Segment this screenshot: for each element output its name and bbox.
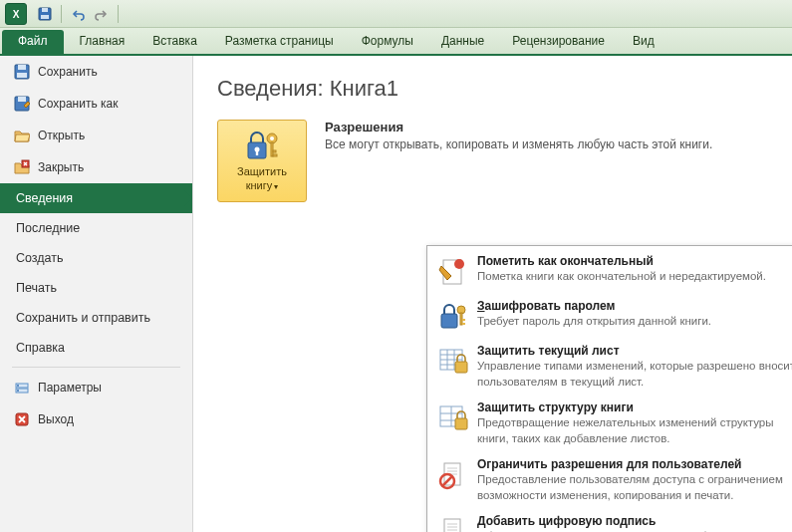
svg-rect-42 <box>455 418 467 429</box>
sidebar-item-label: Параметры <box>38 381 102 395</box>
sidebar-item-label: Последние <box>16 221 80 235</box>
sidebar-item-label: Печать <box>16 281 57 295</box>
lock-key-icon <box>242 129 282 162</box>
svg-point-25 <box>454 259 464 269</box>
sidebar-item-print[interactable]: Печать <box>0 273 192 303</box>
sidebar-item-label: Сохранить и отправить <box>16 311 150 325</box>
permissions-section: Защитить книгу▾ Разрешения Все могут отк… <box>217 120 768 202</box>
sidebar-item-open[interactable]: Открыть <box>0 120 192 151</box>
dd-item-title: Защитить структуру книги <box>477 400 792 414</box>
save-icon <box>14 64 30 80</box>
sidebar-item-label: Выход <box>38 412 74 426</box>
chevron-down-icon: ▾ <box>274 182 278 191</box>
permissions-heading: Разрешения <box>325 120 712 134</box>
permissions-description: Все могут открывать, копировать и изменя… <box>325 137 712 151</box>
save-as-icon <box>14 96 30 112</box>
sidebar-item-share[interactable]: Сохранить и отправить <box>0 303 192 333</box>
svg-rect-28 <box>460 313 462 325</box>
open-icon <box>14 128 30 143</box>
sidebar-item-save[interactable]: Сохранить <box>0 56 192 88</box>
tab-review[interactable]: Рецензирование <box>498 28 619 54</box>
protect-dropdown-menu: Пометить как окончательныйПометка книги … <box>426 245 792 532</box>
backstage-content: Сведения: Книга1 Защитить книгу▾ <box>193 56 792 532</box>
options-icon <box>14 380 30 396</box>
svg-rect-30 <box>462 323 465 325</box>
svg-point-20 <box>270 136 274 140</box>
protect-button-label: Защитить книгу▾ <box>224 164 300 193</box>
dd-protect-structure[interactable]: Защитить структуру книгиПредотвращение н… <box>429 397 792 453</box>
dd-item-desc: Предоставление пользователям доступа с о… <box>477 472 792 503</box>
sidebar-item-label: Справка <box>16 341 65 355</box>
dd-item-title: Пометить как окончательный <box>477 254 766 268</box>
svg-rect-18 <box>256 150 258 155</box>
tab-insert[interactable]: Вставка <box>138 28 211 54</box>
svg-rect-26 <box>441 314 457 328</box>
app-icon[interactable]: X <box>5 3 27 25</box>
dd-item-desc: Управление типами изменений, которые раз… <box>477 359 792 390</box>
tab-view[interactable]: Вид <box>619 28 668 54</box>
mark-final-icon <box>437 256 469 288</box>
ribbon: Файл Главная Вставка Разметка страницы Ф… <box>0 28 792 56</box>
save-qat-icon[interactable] <box>34 3 56 25</box>
sidebar-item-label: Закрыть <box>38 160 84 174</box>
sidebar-item-recent[interactable]: Последние <box>0 213 192 243</box>
sidebar-separator <box>12 367 180 368</box>
encrypt-icon <box>437 301 469 333</box>
signature-icon <box>437 516 469 532</box>
svg-rect-3 <box>42 8 48 12</box>
dd-encrypt-password[interactable]: Зашифровать паролемТребует пароль для от… <box>429 295 792 340</box>
sidebar-item-label: Сведения <box>16 191 73 205</box>
sidebar-item-close[interactable]: Закрыть <box>0 151 192 183</box>
svg-rect-23 <box>273 154 277 156</box>
svg-rect-7 <box>17 73 27 78</box>
sidebar-item-exit[interactable]: Выход <box>0 403 192 435</box>
svg-rect-6 <box>18 65 26 70</box>
svg-point-13 <box>17 385 19 387</box>
sidebar-item-label: Сохранить <box>38 65 98 79</box>
undo-icon[interactable] <box>67 3 89 25</box>
exit-icon <box>14 411 30 427</box>
svg-rect-4 <box>41 15 49 19</box>
tab-home[interactable]: Главная <box>66 28 139 54</box>
sidebar-item-save-as[interactable]: Сохранить как <box>0 88 192 120</box>
tab-formulas[interactable]: Формулы <box>348 28 427 54</box>
svg-rect-22 <box>273 150 276 152</box>
tab-data[interactable]: Данные <box>427 28 498 54</box>
sidebar-item-help[interactable]: Справка <box>0 333 192 363</box>
dd-item-title: Ограничить разрешения для пользователей … <box>477 457 792 471</box>
qat-separator <box>61 5 62 23</box>
sidebar-item-label: Сохранить как <box>38 97 118 111</box>
svg-rect-37 <box>455 362 467 373</box>
protect-workbook-button[interactable]: Защитить книгу▾ <box>217 120 307 202</box>
page-title: Сведения: Книга1 <box>217 76 768 102</box>
sidebar-item-options[interactable]: Параметры <box>0 372 192 403</box>
dd-item-title: Зашифровать паролем <box>477 299 711 313</box>
dd-mark-final[interactable]: Пометить как окончательныйПометка книги … <box>429 250 792 295</box>
sidebar-item-label: Открыть <box>38 129 85 142</box>
svg-text:X: X <box>13 9 20 20</box>
backstage-sidebar: Сохранить Сохранить как Открыть Закрыть … <box>0 56 193 532</box>
svg-rect-9 <box>18 97 26 102</box>
svg-point-14 <box>17 390 19 392</box>
dd-item-desc: Требует пароль для открытия данной книги… <box>477 314 711 330</box>
dd-item-title: Добавить цифровую подпись <box>477 514 792 528</box>
close-icon <box>14 159 30 175</box>
sidebar-item-info[interactable]: Сведения <box>0 183 192 213</box>
redo-icon[interactable] <box>91 3 113 25</box>
restrict-icon <box>437 459 469 491</box>
svg-rect-29 <box>462 319 465 321</box>
tab-pagelayout[interactable]: Разметка страницы <box>211 28 348 54</box>
sidebar-item-label: Создать <box>16 251 64 265</box>
dd-item-title: Защитить текущий лист <box>477 344 792 358</box>
dd-item-desc: Предотвращение нежелательных изменений с… <box>477 415 792 446</box>
dd-restrict-permissions[interactable]: Ограничить разрешения для пользователей … <box>429 453 792 510</box>
protect-sheet-icon <box>437 346 469 378</box>
dd-item-desc: Пометка книги как окончательной и нереда… <box>477 269 766 285</box>
tab-file[interactable]: Файл <box>2 30 64 54</box>
title-bar: X <box>0 0 792 28</box>
qat-separator <box>118 5 119 23</box>
dd-protect-sheet[interactable]: Защитить текущий листУправление типами и… <box>429 340 792 397</box>
dd-digital-signature[interactable]: Добавить цифровую подписьОбеспечение цел… <box>429 510 792 532</box>
sidebar-item-new[interactable]: Создать <box>0 243 192 273</box>
protect-structure-icon <box>437 402 469 434</box>
